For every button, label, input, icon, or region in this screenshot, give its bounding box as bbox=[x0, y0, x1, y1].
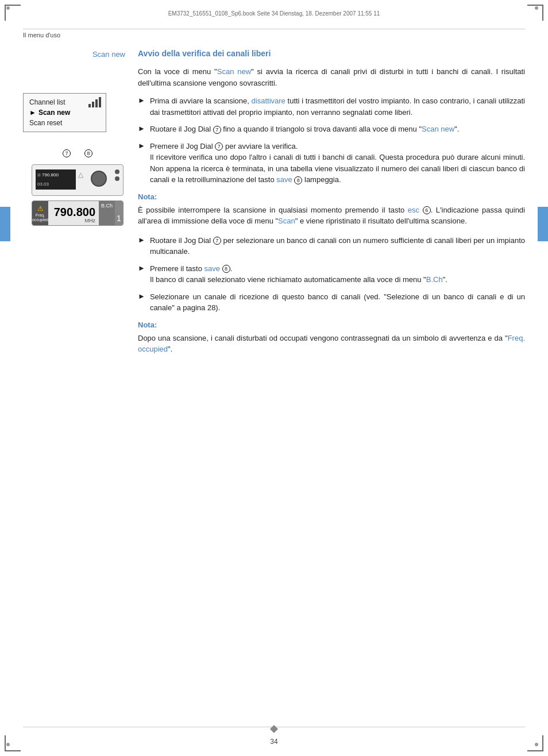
screen-row1: ⊞ 790.800 bbox=[37, 172, 74, 178]
bullet-item-3: ► Premere il Jog Dial 7 per avviare la v… bbox=[138, 141, 525, 186]
intro-paragraph: Con la voce di menu "Scan new" si avvia … bbox=[138, 66, 525, 88]
bullet-arrow-4: ► bbox=[138, 236, 145, 244]
nota2-text: Dopo una scansione, i canali disturbati … bbox=[138, 333, 525, 355]
freq-main-display: 790.800 MHz bbox=[48, 201, 99, 225]
bullet-text-6: Selezionare un canale di ricezione di qu… bbox=[150, 291, 525, 314]
top-rule bbox=[23, 29, 525, 29]
bar1 bbox=[88, 104, 91, 107]
nota2-title: Nota: bbox=[138, 321, 525, 329]
left-column: Scan new Channel list ► Scan new Scan re… bbox=[23, 49, 138, 363]
nota1-title: Nota: bbox=[138, 192, 525, 201]
freq-dot-panel: 1 bbox=[115, 201, 123, 225]
corner-decoration-br bbox=[527, 735, 543, 751]
bullet-text-1: Prima di avviare la scansione, disattiva… bbox=[150, 95, 525, 118]
device-receiver: ⊞ 790.800 03.03 △ bbox=[32, 164, 124, 196]
svg-point-0 bbox=[6, 6, 10, 10]
circle-7-label: 7 bbox=[63, 149, 71, 157]
channel-list-box: Channel list ► Scan new Scan reset bbox=[23, 93, 106, 132]
freq-warning-icon: ⚠ bbox=[37, 205, 44, 213]
bar4 bbox=[99, 97, 101, 107]
svg-point-1 bbox=[535, 6, 538, 10]
file-info: EM3732_516551_0108_Sp6.book Seite 34 Die… bbox=[168, 10, 380, 17]
screen-row2: 03.03 bbox=[37, 182, 74, 187]
bch-ref: B.Ch bbox=[426, 275, 443, 284]
scan-new-inline: Scan new bbox=[217, 67, 251, 76]
page-number: 34 bbox=[270, 738, 277, 746]
channel-list-item-scannew: ► Scan new bbox=[29, 107, 100, 118]
bullet-arrow-6: ► bbox=[138, 292, 145, 300]
bullet-item-1: ► Prima di avviare la scansione, disatti… bbox=[138, 95, 525, 118]
port2 bbox=[115, 176, 119, 181]
device-area: 7 8 ⊞ 790.800 03.03 △ bbox=[23, 149, 132, 226]
svg-point-2 bbox=[6, 743, 10, 746]
bullet-text-4: Ruotare il Jog Dial 7 per selezionare un… bbox=[150, 235, 525, 257]
circle-8-label: 8 bbox=[84, 149, 92, 157]
bullet-arrow-2: ► bbox=[138, 124, 145, 133]
freq-occupied-ref: Freq. occupied bbox=[138, 334, 525, 354]
page-layout: Scan new Channel list ► Scan new Scan re… bbox=[23, 49, 525, 363]
device-num-labels: 7 8 bbox=[63, 149, 92, 157]
scan-ref: Scan bbox=[278, 217, 295, 225]
circle-7-ref1: 7 bbox=[213, 126, 221, 134]
bullet-text-5: Premere il tasto save 8. Il banco di can… bbox=[150, 263, 525, 286]
section-title: Avvio della verifica dei canali liberi bbox=[138, 49, 525, 58]
circle-8-ref2: 8 bbox=[222, 265, 230, 273]
channel-list-item-scanreset: Scan reset bbox=[29, 118, 100, 128]
circle-7-ref2: 7 bbox=[215, 142, 223, 151]
device-warning: △ bbox=[78, 171, 83, 179]
freq-dot-value: 1 bbox=[117, 214, 121, 223]
device-knob bbox=[91, 171, 107, 187]
circle-8-ref1: 8 bbox=[294, 176, 302, 184]
bar3 bbox=[95, 99, 98, 107]
bullet-arrow-5: ► bbox=[138, 264, 145, 272]
svg-point-3 bbox=[535, 743, 538, 746]
port1 bbox=[115, 169, 119, 174]
freq-bch-label: B.Ch bbox=[101, 203, 113, 209]
scan-new-label: Scan new bbox=[23, 50, 132, 59]
corner-decoration-bl bbox=[5, 735, 21, 751]
channel-list-item-scanreset-label: Scan reset bbox=[29, 119, 62, 127]
freq-unit: MHz bbox=[85, 218, 96, 223]
bullet-item-2: ► Ruotare il Jog Dial 7 fino a quando il… bbox=[138, 124, 525, 135]
channel-list-item-scannew-label: Scan new bbox=[38, 109, 70, 117]
bullet-item-4: ► Ruotare il Jog Dial 7 per selezionare … bbox=[138, 235, 525, 257]
save-ref1: save bbox=[276, 175, 292, 184]
corner-decoration-tr bbox=[527, 5, 543, 21]
bullet-item-5: ► Premere il tasto save 8. Il banco di c… bbox=[138, 263, 525, 286]
main-content: Il menu d'uso Scan new Channel list ► Sc… bbox=[23, 32, 525, 363]
freq-occupied-label: Freq. occupied bbox=[32, 213, 48, 222]
device-ports bbox=[115, 169, 119, 181]
bullet-text-2: Ruotare il Jog Dial 7 fino a quando il t… bbox=[150, 124, 525, 135]
corner-decoration-tl bbox=[5, 5, 21, 21]
disattivare-highlight: disattivare bbox=[252, 97, 285, 105]
freq-left-panel: ⚠ Freq. occupied bbox=[32, 201, 48, 225]
bullet-arrow-1: ► bbox=[138, 96, 145, 105]
channel-list-item-channellist-label: Channel list bbox=[29, 98, 65, 106]
bar2 bbox=[92, 102, 94, 107]
freq-number: 790.800 bbox=[54, 206, 95, 218]
screen-freq-value: 790.800 bbox=[42, 172, 59, 178]
bullet-arrow-3: ► bbox=[138, 141, 145, 150]
side-tab-left bbox=[0, 207, 10, 241]
screen-freq-label: ⊞ bbox=[37, 173, 41, 178]
circle-6-ref: 6 bbox=[423, 206, 431, 214]
save-ref2: save bbox=[204, 264, 220, 273]
freq-bch-panel: B.Ch bbox=[99, 201, 115, 225]
circle-7-ref3: 7 bbox=[213, 237, 221, 245]
bar-chart-icon bbox=[88, 97, 101, 107]
bullet-item-6: ► Selezionare un canale di ricezione di … bbox=[138, 291, 525, 314]
esc-ref: esc bbox=[408, 206, 419, 214]
scan-new-ref2: Scan new bbox=[422, 125, 454, 133]
section-label: Il menu d'uso bbox=[23, 32, 525, 38]
active-arrow: ► bbox=[29, 109, 36, 117]
nota1-box: È possibile interrompere la scansione in… bbox=[138, 205, 525, 227]
nota2-box: Dopo una scansione, i canali disturbati … bbox=[138, 333, 525, 355]
bullet-text-3: Premere il Jog Dial 7 per avviare la ver… bbox=[150, 141, 525, 186]
nota1-text: È possibile interrompere la scansione in… bbox=[138, 205, 525, 227]
device-screen: ⊞ 790.800 03.03 bbox=[36, 169, 76, 190]
right-column: Avvio della verifica dei canali liberi C… bbox=[138, 49, 525, 363]
side-tab-right bbox=[538, 207, 548, 241]
freq-display: ⚠ Freq. occupied 790.800 MHz B.Ch 1 bbox=[32, 200, 124, 226]
